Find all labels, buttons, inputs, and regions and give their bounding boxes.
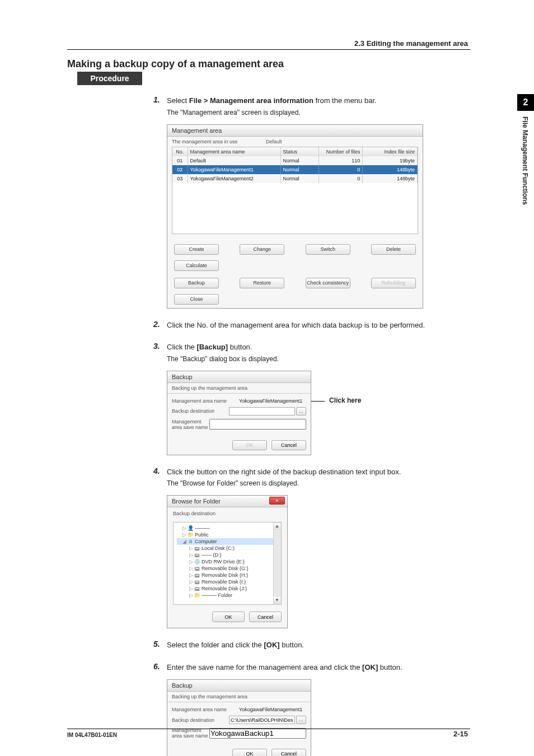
- tree-item[interactable]: ▷🖴Removable Disk (H:): [177, 572, 278, 578]
- step-2-text: Click the No. of the management area for…: [167, 320, 444, 331]
- in-use-bar: The management area in use Default: [167, 137, 423, 147]
- window-title: Backup: [167, 371, 311, 383]
- scrollbar[interactable]: ▲ ▼: [273, 522, 281, 604]
- browse-button[interactable]: …: [296, 407, 306, 416]
- backup-dialog-2: Backup Backing up the management area Ma…: [167, 679, 311, 756]
- step-5-text: Select the folder and click the [OK] but…: [167, 640, 444, 651]
- tree-item[interactable]: ▷👤———: [177, 525, 278, 531]
- header-rule: [67, 49, 470, 50]
- dest-label: Backup destination: [172, 408, 229, 414]
- step-num: 2.: [153, 320, 160, 329]
- management-table: No. Management area name Status Number o…: [172, 147, 418, 234]
- ok-button: OK: [232, 440, 267, 450]
- table-header: No. Management area name Status Number o…: [172, 147, 418, 156]
- restore-button[interactable]: Restore: [240, 278, 284, 288]
- tree-item[interactable]: ▷🖴Removable Disk (J:): [177, 585, 278, 592]
- dest-input[interactable]: [229, 716, 295, 724]
- ok-button[interactable]: OK: [232, 749, 267, 756]
- step-5: 5. Select the folder and click the [OK] …: [167, 640, 444, 651]
- scroll-up-icon[interactable]: ▲: [274, 523, 280, 530]
- tree-item-computer[interactable]: ◢🖥Computer: [177, 538, 278, 545]
- cancel-button[interactable]: Cancel: [249, 612, 282, 622]
- step-3: 3. Click the [Backup] button. The "Backu…: [167, 342, 444, 455]
- click-here-label: Click here: [329, 396, 361, 404]
- table-row[interactable]: 03 YokogawaFileManagement2 Normal 0 148b…: [172, 174, 418, 183]
- step-3-line1: Click the [Backup] button.: [167, 342, 444, 353]
- name-label: Management area name: [172, 398, 239, 404]
- delete-button[interactable]: Delete: [371, 244, 416, 255]
- close-icon[interactable]: ×: [269, 497, 285, 505]
- footer-page-number: 2-15: [453, 730, 468, 738]
- table-row[interactable]: 02 YokogawaFileManagement1 Normal 0 148b…: [172, 165, 418, 174]
- step-6-text: Enter the save name for the management a…: [167, 662, 444, 673]
- change-button[interactable]: Change: [240, 244, 284, 255]
- chapter-number: 2: [517, 94, 534, 111]
- procedure-bar: Procedure: [77, 72, 142, 85]
- name-label: Management area name: [172, 707, 239, 712]
- tree-item[interactable]: ▷📁——— Folder: [177, 592, 278, 599]
- dialog-subtitle: Backing up the management area: [167, 692, 311, 702]
- page-title: Making a backup copy of a management are…: [67, 58, 284, 70]
- chapter-tab: 2 File Management Functions: [517, 94, 534, 217]
- step-1-line2: The "Management area" screen is displaye…: [167, 108, 444, 118]
- scroll-down-icon[interactable]: ▼: [274, 597, 280, 604]
- save-label: Management area save name: [172, 727, 209, 739]
- table-row[interactable]: 01 Default Normal 110 19byte: [172, 156, 418, 165]
- step-3-line2: The "Backup" dialog box is displayed.: [167, 354, 444, 364]
- step-num: 1.: [153, 95, 160, 104]
- rebuilding-button: Rebuilding: [371, 278, 416, 288]
- close-button[interactable]: Close: [174, 294, 219, 305]
- save-input[interactable]: [209, 728, 306, 739]
- name-value: YokogawaFileManagement1: [239, 707, 306, 712]
- dialog-subtitle: Backup destination: [167, 507, 287, 520]
- tree-item[interactable]: ▷🖴Local Disk (C:): [177, 545, 278, 552]
- callout-line: [311, 401, 325, 402]
- switch-button[interactable]: Switch: [306, 244, 350, 255]
- step-2: 2. Click the No. of the management area …: [167, 320, 444, 331]
- folder-tree[interactable]: ▲ ▼ ▷👤——— ▷📁Public ◢🖥Computer ▷🖴Local Di…: [173, 522, 282, 605]
- save-label: Management area save name: [172, 419, 209, 430]
- step-4-line2: The "Browse for Folder" screen is displa…: [167, 478, 444, 488]
- step-num: 3.: [153, 342, 160, 351]
- tree-item[interactable]: ▷🖴Removable Disk (I:): [177, 578, 278, 585]
- step-num: 4.: [153, 466, 160, 475]
- step-4-line1: Click the button on the right side of th…: [167, 466, 444, 478]
- dest-label: Backup destination: [172, 717, 229, 723]
- backup-button[interactable]: Backup: [174, 278, 219, 288]
- section-header: 2.3 Editing the management area: [354, 39, 468, 48]
- browse-folder-dialog: Browse for Folder × Backup destination ▲…: [167, 495, 288, 628]
- chapter-label: File Management Functions: [517, 111, 533, 217]
- window-title: Backup: [167, 680, 311, 692]
- footer-doc-id: IM 04L47B01-01EN: [67, 732, 117, 738]
- step-num: 5.: [153, 640, 160, 648]
- save-input[interactable]: [209, 419, 306, 430]
- table-empty-area: [172, 183, 418, 234]
- calculate-button[interactable]: Calculate: [174, 260, 219, 271]
- check-consistency-button[interactable]: Check consistency: [306, 278, 350, 288]
- cancel-button[interactable]: Cancel: [271, 440, 306, 450]
- management-area-window: Management area The management area in u…: [167, 124, 423, 309]
- step-1-line1: Select File > Management area informatio…: [167, 95, 444, 106]
- button-row-2: Backup Restore Check consistency Rebuild…: [167, 274, 423, 308]
- name-value: YokogawaFileManagement1: [239, 398, 306, 404]
- ok-button[interactable]: OK: [212, 612, 245, 622]
- browse-button[interactable]: …: [296, 716, 306, 724]
- button-row-1: Create Change Switch Delete Calculate: [167, 241, 423, 274]
- step-6: 6. Enter the save name for the managemen…: [167, 662, 444, 757]
- window-title: Management area: [167, 125, 423, 137]
- step-1: 1. Select File > Management area informa…: [167, 95, 444, 309]
- tree-item[interactable]: ▷🖴Removable Disk (G:): [177, 565, 278, 572]
- dialog-subtitle: Backing up the management area: [167, 383, 311, 394]
- cancel-button[interactable]: Cancel: [271, 749, 306, 756]
- backup-dialog-1: Backup Backing up the management area Ma…: [167, 371, 311, 455]
- tree-item[interactable]: ▷📁Public: [177, 531, 278, 538]
- step-num: 6.: [153, 662, 160, 671]
- dest-input[interactable]: [229, 407, 295, 416]
- footer-rule: [67, 729, 470, 729]
- create-button[interactable]: Create: [174, 244, 219, 255]
- tree-item[interactable]: ▷💿DVD RW Drive (E:): [177, 558, 278, 565]
- tree-item[interactable]: ▷🖴—— (D:): [177, 552, 278, 558]
- step-4: 4. Click the button on the right side of…: [167, 466, 444, 629]
